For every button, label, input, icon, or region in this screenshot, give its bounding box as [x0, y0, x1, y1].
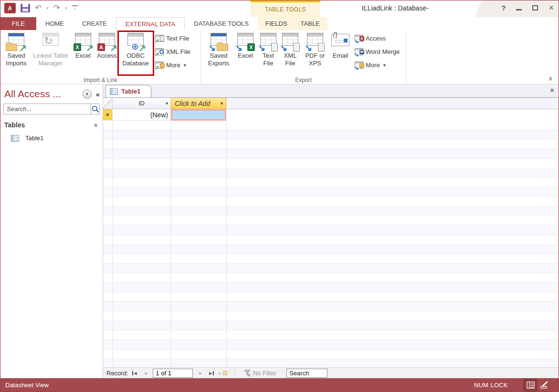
help-icon[interactable]: ? [501, 4, 506, 12]
column-id-label: ID [138, 100, 145, 107]
tab-table[interactable]: TABLE [294, 17, 327, 30]
nav-item-table1[interactable]: Table1 [0, 131, 103, 142]
import-link-group-label: Import & Link [0, 77, 200, 83]
ribbon: ↗ Saved Imports ↻ Linked Table Manager X [0, 30, 559, 84]
saved-imports-label: Saved Imports [2, 52, 30, 67]
email-label: Email [333, 52, 348, 60]
customize-qat-icon[interactable]: ⌄ [72, 5, 78, 11]
no-filter-button[interactable]: No Filter [244, 370, 276, 377]
import-arrow-icon: ↗ [155, 65, 159, 70]
new-record-button[interactable]: ► [218, 371, 227, 376]
datasheet-view-button[interactable] [523, 378, 538, 392]
record-search-input[interactable] [286, 369, 327, 378]
first-record-button[interactable]: ◄ [131, 371, 139, 376]
email-button[interactable]: Email [329, 31, 352, 75]
nav-pane-title[interactable]: All Access ... [4, 88, 83, 100]
new-row-selector[interactable]: * [103, 109, 113, 121]
export-text-file-button[interactable]: ↘ Text File [257, 31, 279, 75]
document-icon [293, 43, 300, 52]
database-cylinder-icon [160, 63, 165, 68]
import-arrow-icon: ↗ [155, 39, 159, 43]
word-merge-button[interactable]: W↘ Word Merge [355, 46, 400, 57]
record-navigation-bar: Record: ◄ ◄ ► ► ► No Filter [103, 367, 559, 378]
access-app-icon[interactable]: A [4, 3, 16, 13]
undo-icon[interactable]: ↶ [35, 3, 42, 13]
export-access-button[interactable]: A↘ Access [355, 33, 400, 43]
nav-search-input[interactable] [3, 103, 91, 114]
export-arrow-icon: ↘ [235, 44, 243, 52]
import-excel-icon: X ↗ [73, 31, 94, 52]
saved-exports-button[interactable]: ↘ Saved Exports [204, 31, 233, 75]
datasheet-body-grid[interactable] [103, 121, 559, 367]
minimize-icon[interactable] [516, 9, 522, 10]
tab-home[interactable]: HOME [36, 17, 73, 30]
current-record-box[interactable] [153, 369, 193, 378]
column-dropdown-icon[interactable]: ▾ [221, 101, 223, 106]
window-controls: ? × [501, 3, 554, 12]
next-record-button[interactable]: ► [197, 371, 204, 376]
export-text-file-label: Text File [257, 52, 279, 67]
close-tab-icon[interactable]: × [550, 87, 554, 94]
import-more-label: More [166, 62, 180, 69]
import-text-file-button[interactable]: ↗ Text File [155, 33, 190, 43]
nav-search-button[interactable] [91, 103, 100, 114]
column-dropdown-icon[interactable]: ▾ [166, 101, 168, 106]
new-row-id-value: (New) [150, 111, 168, 119]
tab-database-tools[interactable]: DATABASE TOOLS [185, 17, 258, 30]
database-cylinder-icon [11, 5, 15, 11]
tables-group-header[interactable]: Tables « [0, 115, 103, 131]
tab-file[interactable]: FILE [0, 17, 36, 30]
export-xml-file-button[interactable]: ↘ XML File [279, 31, 301, 75]
email-icon [330, 31, 351, 52]
envelope-stamp [344, 39, 348, 42]
shutter-bar-close-icon[interactable]: « [96, 90, 100, 98]
last-record-button[interactable]: ► [207, 371, 215, 376]
column-header-id[interactable]: ID ▾ [113, 98, 171, 109]
num-lock-indicator: NUM LOCK [474, 382, 508, 389]
tab-table1[interactable]: Table1 [105, 85, 151, 97]
new-row-id-cell[interactable]: (New) [113, 109, 171, 121]
redo-icon[interactable]: ↷ [53, 3, 60, 13]
export-pdf-xps-button[interactable]: ↘ PDF or XPS [301, 31, 329, 75]
redo-caret-icon[interactable]: ▾ [65, 6, 67, 10]
close-icon[interactable]: × [548, 3, 554, 12]
import-xml-file-button[interactable]: ↗ XML File [155, 46, 190, 57]
design-view-button[interactable] [538, 378, 552, 392]
ribbon-tab-bar: FILE HOME CREATE EXTERNAL DATA DATABASE … [0, 17, 559, 30]
tab-create[interactable]: CREATE [73, 17, 116, 30]
folder-icon [6, 44, 17, 51]
previous-record-button[interactable]: ◄ [141, 371, 149, 376]
record-bar-separator [234, 369, 235, 378]
linked-table-manager-label: Linked Table Manager [30, 52, 71, 67]
dropdown-caret-icon: ▾ [383, 62, 386, 68]
import-more-button[interactable]: ↗ More ▾ [155, 60, 190, 70]
maximize-icon[interactable] [532, 5, 538, 10]
import-access-button[interactable]: A ↗ Access [95, 31, 119, 75]
access-window: A ↶▾ ↷▾ ⌄ TABLE TOOLS ILLiadLink : Datab… [0, 0, 559, 392]
contextual-gold-bar [251, 0, 320, 2]
title-bar: A ↶▾ ↷▾ ⌄ TABLE TOOLS ILLiadLink : Datab… [0, 0, 559, 17]
save-icon[interactable] [21, 4, 30, 12]
export-more-button[interactable]: ↘ More ▾ [355, 60, 400, 70]
saved-imports-button[interactable]: ↗ Saved Imports [2, 31, 30, 75]
grid-vline [171, 121, 171, 367]
collapse-group-icon[interactable]: « [93, 123, 100, 126]
export-excel-button[interactable]: X ↘ Excel [233, 31, 257, 75]
nav-pane-menu-icon[interactable]: ▾ [83, 90, 92, 99]
dropdown-caret-icon: ▾ [184, 62, 186, 68]
tab-fields[interactable]: FIELDS [259, 17, 294, 30]
select-all-corner[interactable] [103, 98, 113, 109]
tab-external-data[interactable]: EXTERNAL DATA [116, 17, 185, 30]
odbc-database-button[interactable]: ⊕ ↗ ODBC Database [119, 31, 152, 75]
import-excel-button[interactable]: X ↗ Excel [71, 31, 95, 75]
collapse-ribbon-icon[interactable]: ∧ [548, 75, 553, 82]
undo-caret-icon[interactable]: ▾ [46, 6, 49, 10]
column-header-click-to-add[interactable]: Click to Add ▾ [171, 98, 226, 109]
database-cylinder-icon [359, 63, 364, 68]
import-arrow-icon: ↗ [155, 52, 159, 57]
linked-table-manager-button[interactable]: ↻ Linked Table Manager [30, 31, 71, 75]
selected-cell[interactable] [171, 109, 226, 121]
caret-down-icon: ▾ [86, 92, 88, 96]
excel-badge-icon: X [247, 43, 255, 51]
export-pdf-xps-label: PDF or XPS [301, 52, 329, 67]
